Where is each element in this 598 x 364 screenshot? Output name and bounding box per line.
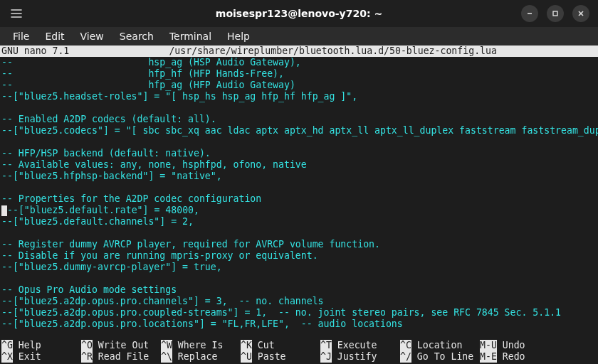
menu-terminal[interactable]: Terminal [162,28,219,44]
editor-line: -- Properties for the A2DP codec configu… [1,193,597,205]
editor-line: --["bluez5.dummy-avrcp-player"] = true, [1,262,597,273]
shortcut-key: ^K [241,340,252,351]
shortcut-key: ^/ [400,351,411,363]
shortcut-key: M-U [480,340,497,351]
menubar: File Edit View Search Terminal Help [0,27,598,46]
shortcut-label: Replace [172,351,218,363]
shortcut: M-E Redo [480,351,537,363]
shortcut-label: Redo [497,351,525,363]
shortcut-key: ^J [320,351,332,363]
shortcut-label: Where Is [172,340,223,351]
shortcut-label: Go To Line [411,351,473,363]
editor-line: -- Register dummy AVRCP player, required… [1,239,597,250]
editor-line: -- Opus Pro Audio mode settings [1,284,597,296]
nano-version: GNU nano 7.1 [1,46,69,57]
shortcut-key: ^C [400,340,411,351]
shortcut-label: Location [411,340,462,351]
editor-line [1,102,597,114]
shortcut-key: M-E [480,351,497,363]
editor-line: --["bluez5.default.rate"] = 48000, [1,205,597,216]
shortcut: ^O Write Out [81,340,161,351]
menu-file[interactable]: File [6,28,36,44]
editor-line: --["bluez5.codecs"] = "[ sbc sbc_xq aac … [1,125,597,136]
shortcut: ^G Help [1,340,81,351]
shortcut-key: ^\ [161,351,172,363]
shortcut: ^W Where Is [161,340,241,351]
editor-line: -- Available values: any, none, hsphfpd,… [1,159,597,171]
editor-line [1,136,597,148]
editor-line: -- Disable if you are running mpris-prox… [1,250,597,262]
nano-header: GNU nano 7.1 /usr/share/wireplumber/blue… [0,46,598,57]
shortcut: ^U Paste [241,351,320,363]
editor-line: -- hfp_ag (HFP Audio Gateway) [1,80,597,91]
editor-line: --["bluez5.a2dp.opus.pro.channels"] = 3,… [1,296,597,307]
window-title: moisespr123@lenovo-y720: ~ [0,8,598,19]
shortcut-label: Cut [252,340,275,351]
shortcut: ^/ Go To Line [400,351,480,363]
menu-view[interactable]: View [73,28,111,44]
shortcut-key: ^R [81,351,93,363]
shortcut: M-U Undo [480,340,537,351]
terminal[interactable]: GNU nano 7.1 /usr/share/wireplumber/blue… [0,46,598,364]
shortcut: ^K Cut [241,340,320,351]
shortcut: ^C Location [400,340,480,351]
nano-filepath: /usr/share/wireplumber/bluetooth.lua.d/5… [69,46,597,57]
shortcut: ^\ Replace [161,351,241,363]
shortcut: ^R Read File [81,351,161,363]
shortcut-key: ^G [1,340,13,351]
editor-line: --["bluez5.headset-roles"] = "[ hsp_hs h… [1,91,597,102]
shortcut-key: ^W [161,340,172,351]
shortcut-label: Justify [332,351,377,363]
shortcut: ^J Justify [320,351,400,363]
text-cursor [1,205,7,216]
shortcut-label: Write Out [93,340,149,351]
editor-line: --["bluez5.hfphsp-backend"] = "native", [1,171,597,182]
editor-line [1,228,597,239]
shortcut-label: Help [13,340,41,351]
svg-rect-4 [553,11,557,16]
close-button[interactable] [572,5,589,22]
editor-line [1,182,597,193]
nano-content[interactable]: -- hsp_ag (HSP Audio Gateway),-- hfp_hf … [0,57,598,330]
nano-shortcuts: ^G Help^O Write Out^W Where Is^K Cut^T E… [0,340,598,364]
editor-line: -- hsp_ag (HSP Audio Gateway), [1,57,597,68]
menu-help[interactable]: Help [220,28,257,44]
editor-line: -- hfp_hf (HFP Hands-Free), [1,68,597,80]
shortcut-key: ^U [241,351,252,363]
shortcut-label: Paste [252,351,286,363]
editor-line: --["bluez5.a2dp.opus.pro.locations"] = "… [1,318,597,330]
shortcut-key: ^O [81,340,93,351]
titlebar: moisespr123@lenovo-y720: ~ [0,0,598,27]
editor-line: -- Enabled A2DP codecs (default: all). [1,114,597,125]
editor-line: --["bluez5.default.channels"] = 2, [1,216,597,228]
shortcut: ^X Exit [1,351,81,363]
minimize-button[interactable] [521,5,538,22]
menu-edit[interactable]: Edit [38,28,71,44]
shortcut-label: Undo [497,340,525,351]
shortcut-key: ^X [1,351,13,363]
hamburger-icon[interactable] [4,4,28,23]
editor-line: --["bluez5.a2dp.opus.pro.coupled-streams… [1,307,597,318]
window-controls [521,5,594,22]
shortcut-label: Read File [93,351,149,363]
shortcut: ^T Execute [320,340,400,351]
editor-line: -- HFP/HSP backend (default: native). [1,148,597,159]
editor-line [1,273,597,284]
maximize-button[interactable] [547,5,564,22]
shortcut-key: ^T [320,340,332,351]
shortcut-label: Exit [13,351,41,363]
menu-search[interactable]: Search [112,28,161,44]
shortcut-label: Execute [332,340,377,351]
